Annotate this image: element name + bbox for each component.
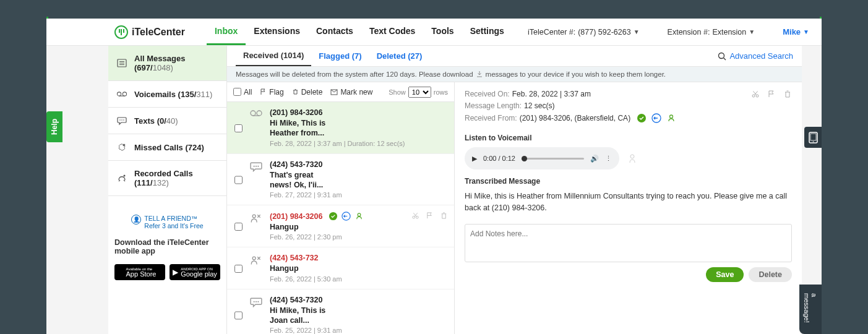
tab-flagged[interactable]: Flagged (7) (311, 46, 369, 66)
user-menu[interactable]: Mike ▼ (783, 27, 809, 36)
extension-dropdown[interactable]: Extension #: Extension ▼ (668, 28, 755, 36)
nav-settings[interactable]: Settings (462, 19, 512, 45)
recorded-call-icon (117, 173, 127, 183)
message-preview: Hi Mike, This isHeather from... (270, 118, 447, 139)
logo-icon (114, 25, 128, 39)
sidebar-item-voicemails[interactable]: Voicemails (135/311) (108, 81, 226, 108)
message-row[interactable]: (424) 543-7320That's greatnews! Ok, I'ii… (227, 154, 454, 206)
tab-received[interactable]: Received (1014) (236, 46, 311, 66)
help-tab[interactable]: Help (46, 111, 62, 142)
tab-deleted[interactable]: Deleted (27) (369, 46, 430, 66)
trash-icon[interactable] (783, 90, 792, 98)
svg-point-37 (670, 115, 673, 118)
message-row[interactable]: (424) 543-732HangupFeb. 26, 2022 | 5:30 … (227, 247, 454, 289)
logo[interactable]: iTeleCenter (53, 25, 185, 39)
message-checkbox[interactable] (234, 213, 243, 241)
chevron-down-icon: ▼ (803, 28, 809, 35)
save-button[interactable]: Save (706, 267, 744, 282)
transcription-text: Hi Mike, this is Heather from Millennium… (465, 191, 792, 214)
reply-icon[interactable] (651, 113, 661, 123)
message-preview: Hangup (270, 263, 447, 273)
message-row[interactable]: (201) 984-3206Hi Mike, This isHeather fr… (227, 102, 454, 154)
message-checkbox[interactable] (234, 297, 243, 335)
audio-player[interactable]: ▶ 0:00 / 0:12 🔊 ⋮ (465, 147, 619, 169)
nav-inbox[interactable]: Inbox (207, 19, 246, 45)
svg-point-10 (119, 119, 121, 121)
select-all[interactable]: All (233, 88, 252, 96)
envelope-icon (330, 89, 338, 95)
message-type-icon (250, 213, 262, 224)
advanced-search[interactable]: Advanced Search (718, 51, 793, 61)
message-checkbox[interactable] (234, 255, 243, 282)
svg-point-20 (254, 165, 255, 166)
sidebar-item-texts[interactable]: Texts (0/40) (108, 108, 226, 134)
notes-input[interactable] (465, 224, 792, 262)
svg-point-38 (752, 95, 755, 97)
verified-icon[interactable] (637, 113, 647, 123)
delete-note-button[interactable]: Delete (749, 267, 792, 282)
more-icon[interactable]: ⋮ (605, 155, 612, 163)
message-tabs: Received (1014) Flagged (7) Deleted (27)… (227, 46, 802, 67)
nav-extensions[interactable]: Extensions (246, 19, 308, 45)
content: Received (1014) Flagged (7) Deleted (27)… (227, 46, 802, 334)
account-area: iTeleCenter #: (877) 592-6263 ▼ Extensio… (528, 27, 809, 36)
google-play-button[interactable]: ▶ ANDROID APP ONGoogle play (170, 264, 220, 280)
device-tab[interactable] (804, 127, 822, 148)
app-store-button[interactable]: Available on theApp Store (114, 264, 165, 280)
chevron-down-icon: ▼ (634, 28, 640, 35)
svg-point-32 (257, 301, 259, 302)
flag-button[interactable]: Flag (260, 88, 283, 96)
svg-point-27 (413, 216, 415, 218)
download-audio-icon[interactable] (627, 153, 638, 164)
list-toolbar: All Flag Delete Mark new Show 10 rows (227, 82, 454, 102)
page-size-select[interactable]: 10 (408, 87, 431, 98)
sidebar-item-recorded-calls[interactable]: Recorded Calls (111/132) (108, 161, 226, 196)
message-detail: New Call New Text Received On:Feb. 28, 2… (455, 82, 802, 334)
voicemail-icon (117, 89, 127, 99)
contact-icon[interactable] (666, 113, 676, 123)
main-nav: Inbox Extensions Contacts Text Codes Too… (207, 19, 512, 45)
message-timestamp: Feb. 27, 2022 | 9:31 am (270, 191, 447, 199)
sidebar-item-missed-calls[interactable]: Missed Calls (724) (108, 134, 226, 161)
text-icon (117, 116, 127, 126)
sidebar-item-all-messages[interactable]: All Messages (697/1048) (108, 46, 226, 81)
message-type-icon (250, 161, 262, 173)
tell-a-friend[interactable]: 👤 TELL A FRIEND™ Refer 3 and It's Free (131, 215, 203, 229)
message-number: (201) 984-3206 (270, 108, 447, 117)
message-checkbox[interactable] (234, 161, 243, 199)
brand-text: iTeleCenter (132, 27, 185, 38)
delete-button[interactable]: Delete (292, 88, 323, 96)
download-icon (476, 71, 483, 78)
nav-text-codes[interactable]: Text Codes (361, 19, 423, 45)
flag-icon[interactable] (767, 90, 776, 98)
deletion-notice: Messages will be deleted from the system… (227, 67, 802, 82)
mark-new-button[interactable]: Mark new (330, 88, 372, 96)
message-preview: Hangup (270, 222, 447, 232)
svg-point-21 (256, 165, 257, 166)
svg-point-22 (257, 165, 259, 166)
row-actions[interactable] (411, 212, 448, 220)
person-icon: 👤 (131, 215, 141, 225)
missed-call-icon (117, 142, 127, 152)
message-timestamp: Feb. 28, 2022 | 3:37 am | Duration: 12 s… (270, 140, 447, 147)
search-icon (718, 52, 726, 61)
nav-tools[interactable]: Tools (423, 19, 462, 45)
message-row[interactable]: (424) 543-7320Hi Mike, This isJoan call.… (227, 289, 454, 335)
leave-message-tab[interactable]: a message! (799, 285, 822, 334)
chevron-down-icon: ▼ (749, 28, 755, 35)
message-checkbox[interactable] (234, 109, 243, 147)
message-number: (424) 543-7320 (270, 296, 447, 304)
svg-point-17 (251, 111, 256, 116)
volume-icon[interactable]: 🔊 (590, 155, 599, 163)
play-icon: ▶ (173, 268, 178, 276)
message-type-icon (250, 297, 262, 308)
message-row[interactable]: (201) 984-3206HangupFeb. 26, 2022 | 2:30… (227, 205, 454, 247)
svg-point-29 (252, 257, 256, 260)
cut-icon[interactable] (751, 90, 760, 98)
svg-point-7 (117, 92, 121, 96)
svg-rect-1 (810, 134, 816, 140)
nav-contacts[interactable]: Contacts (308, 19, 361, 45)
message-preview: That's greatnews! Ok, I'ii... (270, 170, 447, 191)
play-icon[interactable]: ▶ (472, 155, 477, 163)
telecenter-number-dropdown[interactable]: iTeleCenter #: (877) 592-6263 ▼ (528, 28, 640, 36)
